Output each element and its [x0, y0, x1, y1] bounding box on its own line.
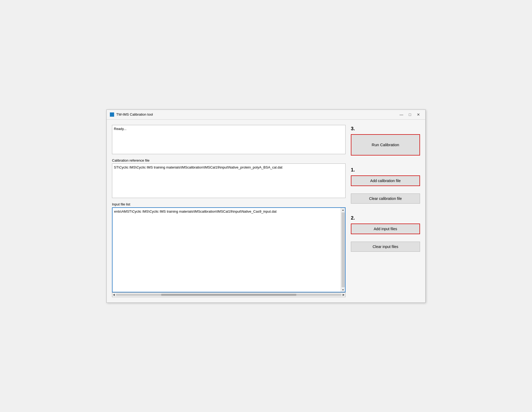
- add-input-files-button[interactable]: Add input files: [351, 224, 420, 234]
- spacer2: [351, 189, 420, 191]
- scroll-thumb: [161, 294, 297, 296]
- input-file-box: ents\AMST\Cyclic IMS\Cyclic IMS training…: [112, 207, 346, 292]
- horizontal-scrollbar[interactable]: ◀ ▶: [112, 292, 346, 297]
- add-calibration-file-button[interactable]: Add calibration file: [351, 175, 420, 186]
- run-calibration-button[interactable]: Run Calibration: [351, 134, 420, 155]
- spacer3: [351, 206, 420, 212]
- scroll-up-arrow[interactable]: ▲: [342, 208, 344, 212]
- scroll-right-arrow[interactable]: ▶: [343, 293, 345, 296]
- vertical-scrollbar[interactable]: ▲ ▼: [341, 208, 345, 292]
- app-icon: [110, 112, 114, 117]
- step1-label: 1.: [351, 167, 420, 173]
- scroll-thumb-vertical: [342, 212, 345, 287]
- input-file-path: ents\AMST\Cyclic IMS\Cyclic IMS training…: [114, 209, 277, 213]
- scroll-track: [116, 294, 342, 296]
- step2-label: 2.: [351, 215, 420, 221]
- titlebar: TW-IMS Calibration tool — □ ✕: [107, 110, 425, 120]
- calibration-section: Calibration reference file ST\Cyclic IMS…: [112, 158, 346, 198]
- input-label: Input file list: [112, 202, 346, 206]
- calibration-label: Calibration reference file: [112, 158, 346, 162]
- titlebar-left: TW-IMS Calibration tool: [110, 112, 153, 117]
- scroll-down-arrow[interactable]: ▼: [342, 288, 344, 292]
- maximize-button[interactable]: □: [406, 112, 414, 117]
- calibration-file-path: ST\Cyclic IMS\Cyclic IMS training materi…: [114, 165, 282, 169]
- status-text: Ready...: [114, 127, 126, 131]
- clear-input-files-button[interactable]: Clear input files: [351, 242, 420, 252]
- spacer4: [351, 237, 420, 239]
- titlebar-controls: — □ ✕: [398, 112, 422, 117]
- main-window: TW-IMS Calibration tool — □ ✕ Ready... C…: [106, 110, 426, 303]
- status-box: Ready...: [112, 125, 346, 154]
- scroll-left-arrow[interactable]: ◀: [113, 293, 115, 296]
- spacer1: [351, 158, 420, 163]
- left-panel: Ready... Calibration reference file ST\C…: [112, 125, 346, 297]
- close-button[interactable]: ✕: [415, 112, 422, 117]
- window-title: TW-IMS Calibration tool: [116, 112, 153, 116]
- clear-calibration-file-button[interactable]: Clear calibration file: [351, 194, 420, 204]
- input-section: Input file list ents\AMST\Cyclic IMS\Cyc…: [112, 202, 346, 297]
- main-content: Ready... Calibration reference file ST\C…: [107, 120, 425, 302]
- right-panel: 3. Run Calibration 1. Add calibration fi…: [351, 125, 420, 297]
- minimize-button[interactable]: —: [398, 112, 405, 117]
- step3-label: 3.: [351, 126, 420, 132]
- calibration-file-box: ST\Cyclic IMS\Cyclic IMS training materi…: [112, 163, 346, 198]
